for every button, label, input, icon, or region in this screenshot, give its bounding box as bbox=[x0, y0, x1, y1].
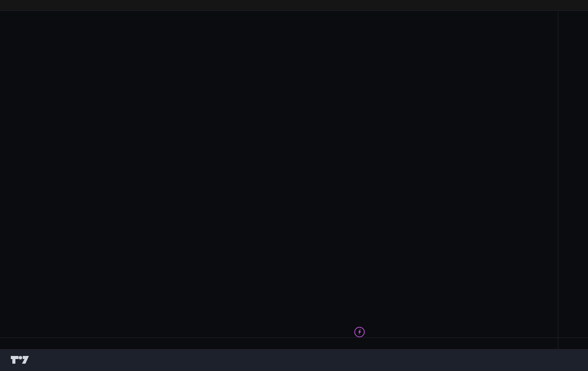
price-level-badge-4321 bbox=[559, 11, 587, 17]
symbol-price-flag bbox=[0, 0, 5, 6]
axis-corner bbox=[558, 337, 588, 349]
lightning-icon[interactable] bbox=[354, 326, 365, 338]
tradingview-chart-window bbox=[0, 0, 588, 371]
tradingview-logo[interactable] bbox=[11, 356, 33, 365]
current-price-badge bbox=[559, 11, 587, 12]
footer-bar bbox=[0, 349, 588, 371]
credit-bar bbox=[0, 0, 588, 11]
price-axis[interactable] bbox=[558, 11, 588, 337]
tradingview-logo-icon bbox=[11, 356, 29, 365]
bar-countdown bbox=[561, 11, 587, 12]
time-axis[interactable] bbox=[0, 337, 558, 349]
symbol-legend bbox=[5, 13, 32, 19]
chart-plot-area[interactable] bbox=[0, 11, 558, 337]
